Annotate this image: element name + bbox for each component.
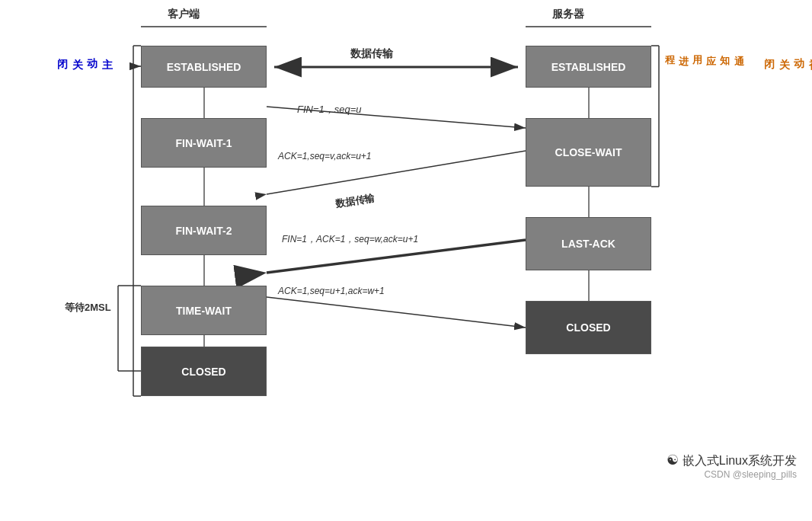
server-closed-box: CLOSED [526,301,651,354]
server-established-box: ESTABLISHED [526,46,651,88]
watermark-sub: CSDN @sleeping_pills [667,469,797,480]
client-established-box: ESTABLISHED [141,46,267,88]
fin1-label: FIN=1，seq=u [297,103,362,117]
client-fin-wait-1-box: FIN-WAIT-1 [141,118,267,168]
server-close-wait-box: CLOSE-WAIT [526,118,651,187]
diagram-container: 客户端 服务器 数据传输 主动关闭 被动关闭 通知应用进程 等待2MSL EST… [0,0,812,487]
watermark: ☯ 嵌入式Linux系统开发 CSDN @sleeping_pills [667,452,797,480]
client-fin-wait-2-box: FIN-WAIT-2 [141,206,267,255]
data-transfer-label: 数据传输 [350,47,393,61]
watermark-logo: ☯ 嵌入式Linux系统开发 [667,452,797,469]
client-label: 客户端 [168,8,200,21]
ack2-label: ACK=1,seq=u+1,ack=w+1 [278,286,385,296]
svg-line-17 [267,297,526,328]
data-transfer2-label: 数据传输 [334,191,376,210]
wait-2msl-label: 等待2MSL [65,301,111,315]
ack1-label: ACK=1,seq=v,ack=u+1 [278,151,372,161]
server-label: 服务器 [552,8,584,21]
fin2-label: FIN=1，ACK=1，seq=w,ack=u+1 [282,233,418,246]
client-closed-box: CLOSED [141,347,267,396]
server-last-ack-box: LAST-ACK [526,217,651,270]
client-time-wait-box: TIME-WAIT [141,286,267,335]
